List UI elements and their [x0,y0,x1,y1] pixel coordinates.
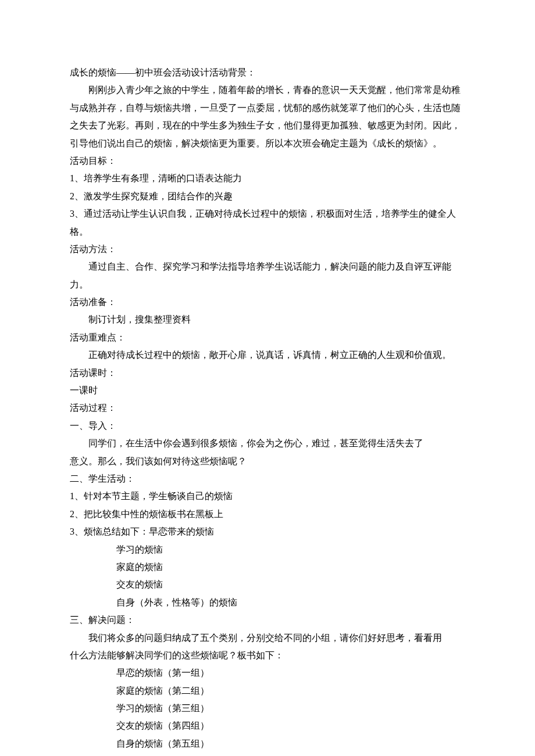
goal-2: 2、激发学生探究疑难，团结合作的兴趣 [70,188,465,205]
section1-label: 一、导入： [70,417,465,435]
goal-3: 3、通过活动让学生认识自我，正确对待成长过程中的烦恼，积极面对生活，培养学生的健… [70,205,465,241]
background-text: 刚刚步入青少年之旅的中学生，随着年龄的增长，青春的意识一天天觉醒，他们常常是幼稚… [70,81,465,152]
method-text: 通过自主、合作、探究学习和学法指导培养学生说话能力，解决问题的能力及自评互评能力… [70,258,465,293]
section3-group2: 家庭的烦恼（第二组） [70,682,465,700]
goal-1: 1、培养学生有条理，清晰的口语表达能力 [70,170,465,187]
section2-sub1: 学习的烦恼 [70,541,465,558]
goals-label: 活动目标： [70,152,465,170]
prep-label: 活动准备： [70,293,465,311]
section1-text-line1: 同学们，在生活中你会遇到很多烦恼，你会为之伤心，难过，甚至觉得生活失去了 [70,435,465,452]
section3-text-line1: 我们将众多的问题归纳成了五个类别，分别交给不同的小组，请你们好好思考，看看用 [70,629,465,647]
section3-group5: 自身的烦恼（第五组） [70,735,465,753]
section4-label: 四、整理汇报： [70,753,465,756]
prep-text: 制订计划，搜集整理资料 [70,311,465,328]
diff-label: 活动重难点： [70,329,465,346]
method-label: 活动方法： [70,241,465,258]
section2-label: 二、学生活动： [70,470,465,488]
period-label: 活动课时： [70,364,465,382]
section2-sub4: 自身（外表，性格等）的烦恼 [70,594,465,611]
section2-item2: 2、把比较集中性的烦恼板书在黑板上 [70,506,465,523]
title: 成长的烦恼――初中班会活动设计活动背景： [70,64,465,81]
diff-text: 正确对待成长过程中的烦恼，敞开心扉，说真话，诉真情，树立正确的人生观和价值观。 [70,346,465,364]
section3-group4: 交友的烦恼（第四组） [70,717,465,734]
section2-sub2: 家庭的烦恼 [70,558,465,576]
period-text: 一课时 [70,382,465,399]
section1-text-line2: 意义。那么，我们该如何对待这些烦恼呢？ [70,453,465,470]
section2-sub3: 交友的烦恼 [70,576,465,593]
process-label: 活动过程： [70,399,465,417]
section3-label: 三、解决问题： [70,611,465,629]
section3-group3: 学习的烦恼（第三组） [70,700,465,717]
section3-group1: 早恋的烦恼（第一组） [70,664,465,682]
section2-item1: 1、针对本节主题，学生畅谈自己的烦恼 [70,488,465,505]
section2-item3: 3、烦恼总结如下：早恋带来的烦恼 [70,523,465,540]
section3-text-line2: 什么方法能够解决同学们的这些烦恼呢？板书如下： [70,647,465,664]
